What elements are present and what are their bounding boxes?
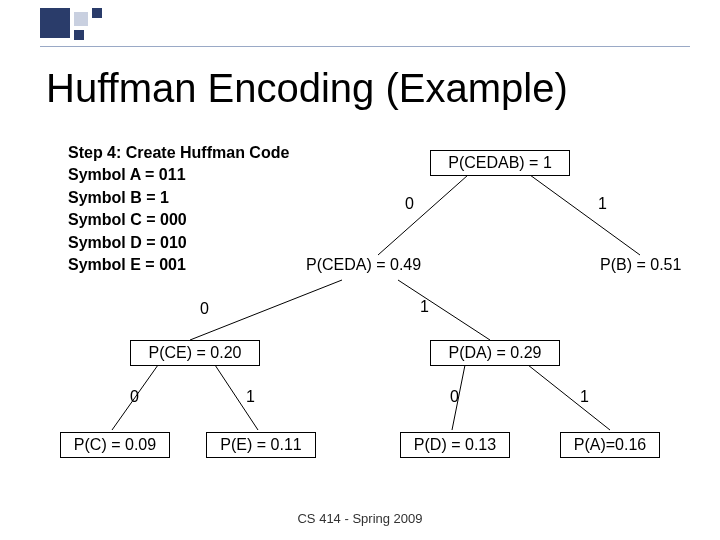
step-line-d: Symbol D = 010 <box>68 232 289 254</box>
step-line-e: Symbol E = 001 <box>68 254 289 276</box>
node-b: P(B) = 0.51 <box>600 256 681 274</box>
edge-root-right: 1 <box>598 195 607 213</box>
footer: CS 414 - Spring 2009 <box>0 511 720 526</box>
svg-line-2 <box>190 280 342 340</box>
edge-ceda-left: 0 <box>200 300 209 318</box>
decorative-squares <box>40 8 110 44</box>
svg-line-0 <box>378 175 468 255</box>
step-text: Step 4: Create Huffman Code Symbol A = 0… <box>68 142 289 276</box>
node-ce: P(CE) = 0.20 <box>130 340 260 366</box>
svg-line-3 <box>398 280 490 340</box>
page-title: Huffman Encoding (Example) <box>46 66 568 111</box>
svg-line-1 <box>530 175 640 255</box>
edge-da-right: 1 <box>580 388 589 406</box>
node-a: P(A)=0.16 <box>560 432 660 458</box>
slide: Huffman Encoding (Example) Step 4: Creat… <box>0 0 720 540</box>
node-e: P(E) = 0.11 <box>206 432 316 458</box>
step-line-a: Symbol A = 011 <box>68 164 289 186</box>
edge-ce-left: 0 <box>130 388 139 406</box>
node-c: P(C) = 0.09 <box>60 432 170 458</box>
step-line-c: Symbol C = 000 <box>68 209 289 231</box>
step-heading: Step 4: Create Huffman Code <box>68 142 289 164</box>
node-d: P(D) = 0.13 <box>400 432 510 458</box>
edge-da-left: 0 <box>450 388 459 406</box>
step-line-b: Symbol B = 1 <box>68 187 289 209</box>
node-root: P(CEDAB) = 1 <box>430 150 570 176</box>
svg-line-7 <box>528 365 610 430</box>
edge-root-left: 0 <box>405 195 414 213</box>
divider <box>40 46 690 47</box>
node-ceda: P(CEDA) = 0.49 <box>306 256 421 274</box>
node-da: P(DA) = 0.29 <box>430 340 560 366</box>
edge-ceda-right: 1 <box>420 298 429 316</box>
edge-ce-right: 1 <box>246 388 255 406</box>
